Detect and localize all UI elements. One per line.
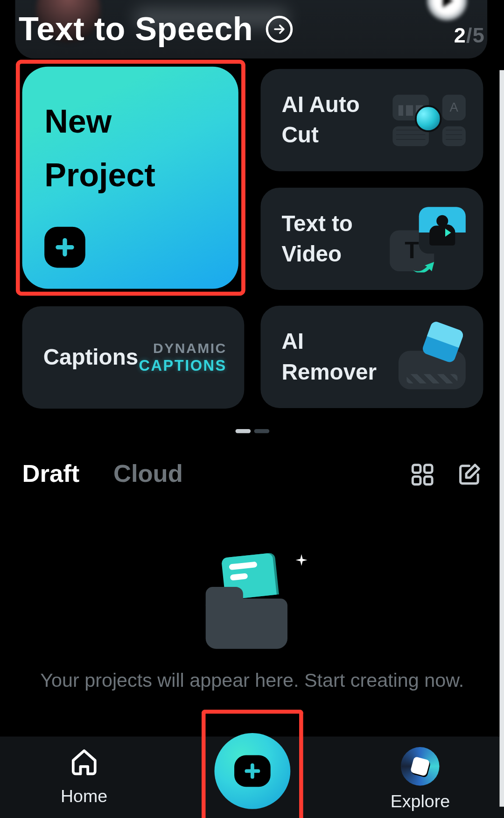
explore-icon (401, 747, 440, 786)
text-to-video-label: Text to Video (281, 209, 386, 268)
nav-explore[interactable]: Explore (362, 747, 478, 811)
pager-dot-2[interactable] (254, 429, 269, 433)
arrow-right-icon (266, 15, 293, 42)
text-to-video-button[interactable]: Text to Video T (260, 188, 483, 290)
autocut-icon (392, 94, 466, 146)
tab-draft[interactable]: Draft (22, 459, 80, 487)
grid-view-icon[interactable] (411, 463, 434, 487)
captions-badge-2: CAPTIONS (139, 357, 227, 375)
plus-icon (44, 227, 85, 268)
plus-icon (234, 755, 270, 787)
nav-explore-label: Explore (391, 791, 450, 811)
remover-icon (399, 324, 466, 389)
tab-cloud[interactable]: Cloud (113, 459, 183, 487)
feature-title-text: Text to Speech (19, 10, 253, 48)
new-project-label-2: Project (44, 148, 216, 203)
tools-pager[interactable] (235, 429, 269, 433)
empty-state-illustration (205, 555, 299, 649)
ai-auto-cut-button[interactable]: AI Auto Cut (260, 69, 483, 171)
page-current: 2 (454, 23, 466, 48)
play-icon[interactable] (427, 0, 468, 21)
captions-label: Captions (43, 342, 139, 372)
nav-home-label: Home (61, 786, 107, 806)
ai-remover-label: AI Remover (281, 327, 398, 387)
feature-title[interactable]: Text to Speech (19, 10, 293, 48)
captions-badge-1: DYNAMIC (139, 340, 227, 357)
pager-dot-1[interactable] (235, 429, 251, 433)
edit-icon[interactable] (457, 463, 481, 487)
svg-rect-1 (424, 465, 432, 473)
create-fab[interactable] (214, 733, 290, 809)
new-project-button[interactable]: New Project (22, 67, 238, 289)
captions-button[interactable]: Captions DYNAMIC CAPTIONS (22, 306, 245, 409)
home-icon (70, 747, 99, 780)
nav-home[interactable]: Home (26, 747, 142, 806)
new-project-label-1: New (44, 95, 216, 149)
text-to-video-icon: T (390, 207, 466, 271)
svg-rect-2 (413, 477, 420, 485)
svg-rect-0 (413, 465, 420, 473)
svg-rect-3 (424, 477, 432, 485)
captions-icon: DYNAMIC CAPTIONS (139, 340, 227, 375)
ai-remover-button[interactable]: AI Remover (260, 306, 483, 408)
screenshot-edge (499, 70, 504, 807)
banner-page-indicator: 2 / 5 (454, 23, 484, 48)
ai-auto-cut-label: AI Auto Cut (281, 90, 386, 150)
empty-state-text: Your projects will appear here. Start cr… (0, 670, 504, 692)
page-total: 5 (473, 23, 484, 48)
